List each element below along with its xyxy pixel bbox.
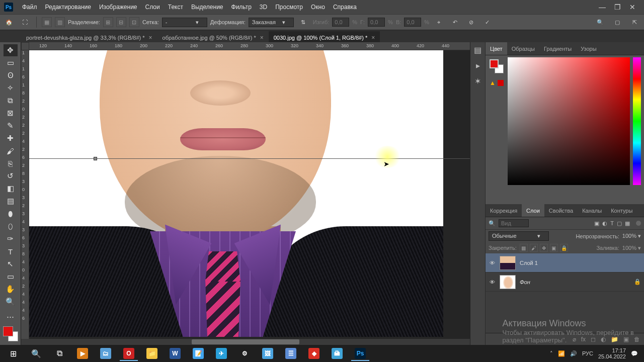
panel-tab-Каналы[interactable]: Каналы (578, 204, 606, 217)
tab-close-icon[interactable]: × (371, 34, 375, 41)
lock-transparency-icon[interactable]: ▦ (520, 244, 528, 252)
zoom-tool[interactable]: 🔍 (4, 296, 18, 308)
tray-language[interactable]: РУС (582, 350, 593, 356)
taskbar-photoshop[interactable]: Ps (349, 346, 371, 361)
gamut-warning-icon[interactable]: ▲ (490, 79, 496, 86)
stamp-tool[interactable]: ⎘ (4, 157, 18, 169)
new-layer-icon[interactable]: ▣ (623, 336, 629, 343)
adjustment-layer-icon[interactable]: ◐ (601, 336, 606, 343)
close-button[interactable]: ✕ (625, 2, 640, 12)
foreground-color[interactable] (3, 326, 13, 336)
task-view[interactable]: ⧉ (48, 346, 70, 361)
taskbar-app-4[interactable]: W (164, 346, 186, 361)
actions-icon[interactable]: ▸ (476, 61, 480, 70)
path-tool[interactable]: ↖ (4, 258, 18, 270)
warp-toggle-icon[interactable]: ⌖ (432, 16, 445, 29)
menu-Окно[interactable]: Окно (307, 4, 329, 11)
filter-toggle[interactable] (636, 221, 641, 226)
layer-thumbnail[interactable] (500, 256, 516, 270)
orientation-icon[interactable]: ⇅ (297, 16, 310, 29)
warp-handle[interactable] (94, 157, 97, 160)
eraser-tool[interactable]: ◧ (4, 183, 18, 195)
menu-Просмотр[interactable]: Просмотр (271, 4, 307, 11)
tray-network-icon[interactable]: 📶 (558, 350, 565, 357)
taskbar-app-2[interactable]: 🗂 (95, 346, 117, 361)
taskbar-app-5[interactable]: 📝 (187, 346, 209, 361)
marquee-tool[interactable]: ▭ (4, 57, 18, 69)
edit-toolbar[interactable]: ⋯ (4, 311, 18, 323)
menu-Слои[interactable]: Слои (141, 4, 164, 11)
lock-pixels-icon[interactable]: 🖌 (530, 244, 538, 252)
color-swatches[interactable] (3, 326, 18, 341)
tray-chevron[interactable]: ˄ (550, 350, 553, 357)
mesh-icon-1[interactable]: ▦ (42, 17, 52, 27)
crop-tool[interactable]: ⧉ (4, 95, 18, 107)
menu-Справка[interactable]: Справка (329, 4, 361, 11)
menu-Изображение[interactable]: Изображение (95, 4, 141, 11)
panel-tab-Градиенты[interactable]: Градиенты (539, 42, 576, 55)
menu-Файл[interactable]: Файл (18, 4, 41, 11)
layer-name[interactable]: Фон (520, 279, 530, 285)
gradient-tool[interactable]: ▤ (4, 195, 18, 207)
filter-pixel-icon[interactable]: ▣ (594, 220, 599, 227)
layer-row[interactable]: 👁Слой 1 (486, 253, 644, 273)
deform-select[interactable]: Заказная ▾ (249, 18, 294, 27)
link-layers-icon[interactable]: ⌀ (573, 336, 576, 343)
group-icon[interactable]: 📁 (611, 336, 618, 343)
heal-tool[interactable]: ✚ (4, 132, 18, 144)
bend-field[interactable] (332, 18, 349, 27)
taskbar-explorer[interactable]: 📁 (141, 346, 163, 361)
history-icon[interactable]: ▤ (474, 45, 481, 55)
visibility-icon[interactable]: 👁 (489, 279, 496, 285)
hdist-field[interactable] (368, 18, 385, 27)
tray-notifications-icon[interactable]: 💬 (631, 350, 638, 357)
taskbar-app-9[interactable]: ◆ (303, 346, 325, 361)
shape-tool[interactable]: ▭ (4, 270, 18, 283)
warp-guide-line[interactable] (29, 158, 470, 159)
panel-tab-Свойства[interactable]: Свойства (544, 204, 578, 217)
gamut-swatch[interactable] (498, 80, 504, 86)
opacity-field[interactable]: 100% ▾ (622, 233, 641, 239)
dodge-tool[interactable]: ⬯ (4, 220, 18, 232)
vdist-field[interactable] (404, 18, 421, 27)
cancel-icon[interactable]: ⊘ (464, 16, 477, 29)
lock-artboard-icon[interactable]: ▣ (550, 244, 558, 252)
canvas[interactable] (29, 50, 443, 337)
taskbar-app-8[interactable]: ☰ (280, 346, 302, 361)
visibility-icon[interactable]: 👁 (489, 260, 496, 266)
blur-tool[interactable]: ⬮ (4, 208, 18, 220)
tray-clock[interactable]: 17:17 25.04.2022 (598, 347, 626, 359)
tab-close-icon[interactable]: × (260, 34, 264, 41)
layer-name[interactable]: Слой 1 (520, 260, 538, 266)
filter-smart-icon[interactable]: ▦ (625, 220, 630, 227)
move-tool[interactable]: ✥ (4, 44, 18, 56)
wand-tool[interactable]: ✧ (4, 82, 18, 94)
lasso-tool[interactable]: ʘ (4, 69, 18, 81)
filter-type-icon[interactable]: T (610, 220, 614, 226)
tab-close-icon[interactable]: × (149, 34, 152, 41)
panel-tab-Контуры[interactable]: Контуры (606, 204, 637, 217)
type-tool[interactable]: T (4, 245, 18, 257)
horizontal-scrollbar[interactable] (21, 339, 470, 345)
maximize-button[interactable]: ❐ (610, 2, 625, 12)
layer-row[interactable]: 👁Фон🔒 (486, 273, 644, 292)
split-grid-3[interactable]: ⊡ (129, 17, 139, 27)
filter-adj-icon[interactable]: ◐ (602, 220, 607, 227)
workspace-icon[interactable]: ▢ (611, 16, 624, 29)
filter-icon[interactable]: 🔍 (489, 220, 496, 227)
layer-mask-icon[interactable]: ◻ (591, 336, 596, 343)
commit-icon[interactable]: ✓ (480, 16, 494, 29)
home-icon[interactable]: 🏠 (3, 16, 15, 28)
layer-fx-icon[interactable]: fx (581, 336, 586, 343)
taskbar-app-10[interactable]: 🏔 (326, 346, 348, 361)
taskbar-search[interactable]: 🔍 (25, 346, 47, 361)
panel-tab-Слои[interactable]: Слои (522, 204, 544, 217)
search-icon[interactable]: 🔍 (594, 16, 607, 29)
transform-icon[interactable]: ⛶ (18, 16, 31, 29)
taskbar-app-1[interactable]: ▶ (71, 346, 94, 361)
tray-volume-icon[interactable]: 🔊 (570, 350, 577, 357)
layer-thumbnail[interactable] (500, 275, 516, 289)
hue-slider[interactable] (633, 57, 641, 185)
start-button[interactable]: ⊞ (2, 346, 24, 361)
frame-tool[interactable]: ⊠ (4, 107, 18, 119)
